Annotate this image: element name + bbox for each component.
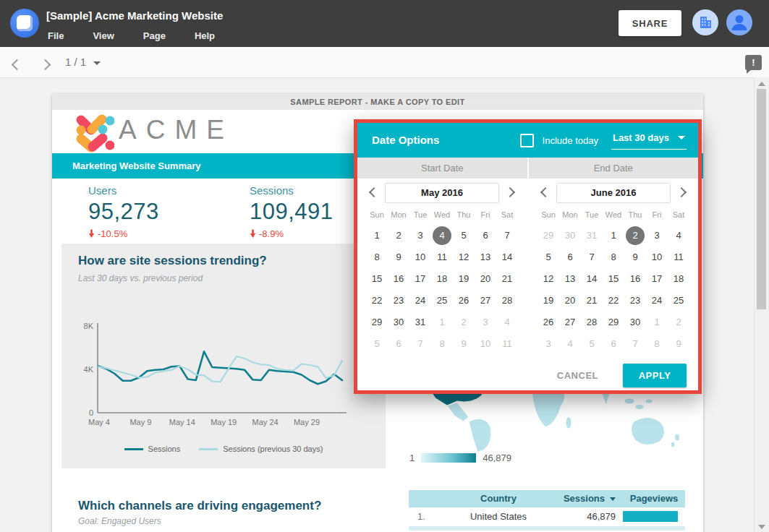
calendar-day[interactable]: 13: [475, 246, 496, 268]
calendar-day[interactable]: 5: [581, 333, 603, 355]
tab-end-date[interactable]: End Date: [529, 158, 699, 179]
calendar-day[interactable]: 12: [538, 268, 559, 290]
calendar-day[interactable]: 15: [603, 268, 624, 290]
menu-view[interactable]: View: [93, 30, 114, 41]
calendar-day[interactable]: 5: [453, 225, 475, 246]
calendar-day[interactable]: 1: [603, 225, 624, 246]
calendar-day[interactable]: 6: [388, 333, 409, 355]
calendar-day[interactable]: 31: [581, 225, 603, 246]
calendar-day[interactable]: 7: [624, 333, 646, 355]
date-range-dropdown[interactable]: Last 30 days: [611, 131, 687, 150]
table-row[interactable]: 1. United States 46,879: [409, 507, 685, 526]
calendar-day[interactable]: 3: [646, 225, 668, 246]
calendar-day[interactable]: 30: [388, 312, 409, 333]
calendar-day[interactable]: 8: [646, 333, 668, 355]
calendar-day[interactable]: 23: [388, 290, 409, 312]
calendar-day[interactable]: 1: [366, 225, 388, 246]
calendar-day[interactable]: 26: [538, 312, 559, 333]
apply-button[interactable]: APPLY: [623, 364, 687, 387]
organization-building-icon[interactable]: [692, 9, 718, 35]
calendar-day[interactable]: 1: [431, 312, 453, 333]
calendar-day[interactable]: 4: [496, 312, 518, 333]
next-month-button[interactable]: [505, 187, 515, 197]
month-selector[interactable]: June 2016: [556, 183, 671, 203]
calendar-day[interactable]: 30: [624, 312, 646, 333]
calendar-day[interactable]: 15: [366, 268, 388, 290]
calendar-day[interactable]: 27: [559, 312, 581, 333]
calendar-day[interactable]: 5: [538, 246, 559, 268]
calendar-day[interactable]: 12: [453, 246, 475, 268]
menu-page[interactable]: Page: [143, 30, 166, 41]
calendar-day[interactable]: 30: [559, 225, 581, 246]
calendar-day[interactable]: 27: [475, 290, 496, 312]
calendar-day[interactable]: 9: [624, 246, 646, 268]
calendar-day[interactable]: 19: [538, 290, 559, 312]
calendar-day[interactable]: 7: [496, 225, 518, 246]
calendar-day[interactable]: 7: [409, 333, 431, 355]
menu-file[interactable]: File: [48, 30, 64, 41]
user-avatar-icon[interactable]: [726, 9, 752, 35]
calendar-day[interactable]: 4: [668, 225, 689, 246]
calendar-day[interactable]: 3: [538, 333, 559, 355]
menu-help[interactable]: Help: [195, 30, 215, 41]
table-header-pageviews[interactable]: Pageviews: [623, 490, 685, 507]
calendar-day[interactable]: 2: [388, 225, 409, 246]
calendar-day[interactable]: 6: [603, 333, 624, 355]
vertical-scrollbar[interactable]: [754, 77, 769, 532]
scroll-down-arrow-icon[interactable]: [758, 525, 765, 529]
calendar-day[interactable]: 8: [603, 246, 624, 268]
calendar-day[interactable]: 8: [366, 246, 388, 268]
calendar-day[interactable]: 24: [646, 290, 668, 312]
calendar-day[interactable]: 2: [668, 312, 689, 333]
calendar-day[interactable]: 4: [559, 333, 581, 355]
calendar-day[interactable]: 11: [668, 246, 689, 268]
calendar-day[interactable]: 5: [366, 333, 388, 355]
page-indicator[interactable]: 1 / 1: [65, 56, 101, 68]
calendar-day[interactable]: 17: [409, 268, 431, 290]
calendar-day[interactable]: 9: [668, 333, 689, 355]
calendar-day[interactable]: 21: [496, 268, 518, 290]
calendar-day[interactable]: 26: [453, 290, 475, 312]
calendar-day[interactable]: 29: [538, 225, 559, 246]
calendar-day[interactable]: 24: [409, 290, 431, 312]
previous-month-button[interactable]: [540, 187, 551, 197]
calendar-day[interactable]: 6: [559, 246, 581, 268]
calendar-day[interactable]: 4: [431, 225, 453, 246]
calendar-day[interactable]: 2: [624, 225, 646, 246]
tab-start-date[interactable]: Start Date: [357, 158, 527, 179]
calendar-day[interactable]: 18: [668, 268, 689, 290]
calendar-day[interactable]: 10: [646, 246, 668, 268]
calendar-day[interactable]: 14: [496, 246, 518, 268]
table-header-country[interactable]: Country: [441, 490, 556, 507]
share-button[interactable]: SHARE: [619, 10, 681, 36]
calendar-day[interactable]: 20: [475, 268, 496, 290]
calendar-day[interactable]: 25: [431, 290, 453, 312]
calendar-day[interactable]: 14: [581, 268, 603, 290]
calendar-day[interactable]: 21: [581, 290, 603, 312]
calendar-day[interactable]: 2: [453, 312, 475, 333]
calendar-day[interactable]: 7: [581, 246, 603, 268]
calendar-day[interactable]: 3: [475, 312, 496, 333]
calendar-day[interactable]: 31: [409, 312, 431, 333]
calendar-day[interactable]: 10: [475, 333, 496, 355]
calendar-day[interactable]: 8: [431, 333, 453, 355]
calendar-day[interactable]: 28: [581, 312, 603, 333]
calendar-day[interactable]: 6: [475, 225, 496, 246]
include-today-checkbox[interactable]: [520, 134, 534, 147]
calendar-day[interactable]: 3: [409, 225, 431, 246]
calendar-day[interactable]: 19: [453, 268, 475, 290]
calendar-day[interactable]: 10: [409, 246, 431, 268]
calendar-day[interactable]: 1: [646, 312, 668, 333]
next-month-button[interactable]: [676, 187, 687, 197]
next-page-button[interactable]: [41, 59, 49, 72]
calendar-day[interactable]: 13: [559, 268, 581, 290]
calendar-day[interactable]: 16: [388, 268, 409, 290]
feedback-icon[interactable]: !: [745, 55, 762, 70]
previous-page-button[interactable]: [13, 59, 21, 72]
calendar-day[interactable]: 28: [496, 290, 518, 312]
calendar-day[interactable]: 23: [624, 290, 646, 312]
calendar-day[interactable]: 9: [388, 246, 409, 268]
calendar-day[interactable]: 17: [646, 268, 668, 290]
data-studio-logo-icon[interactable]: [10, 9, 39, 38]
table-header-sessions[interactable]: Sessions: [556, 490, 623, 507]
